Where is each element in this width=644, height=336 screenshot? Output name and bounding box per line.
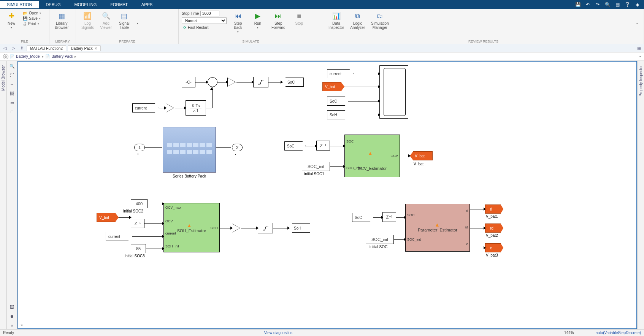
add-viewer-button[interactable]: 🔍 Add Viewer: [98, 10, 114, 31]
saturation-block-1[interactable]: [253, 77, 268, 87]
goto-rd[interactable]: rd: [485, 223, 503, 233]
undo-icon[interactable]: ↶: [584, 1, 592, 8]
toggle-icon-3[interactable]: □: [8, 108, 16, 116]
from-vbat-scope[interactable]: V_bat: [322, 82, 344, 91]
outport-2[interactable]: 2: [232, 144, 243, 151]
tab-format[interactable]: FORMAT: [103, 1, 135, 8]
nav-back-button[interactable]: ◁: [2, 45, 8, 52]
fast-restart-button[interactable]: ⟳ Fast Restart: [182, 25, 227, 30]
save-button[interactable]: 💾Save▾: [21, 16, 43, 21]
from-current-1[interactable]: current: [132, 103, 159, 113]
library-browser-button[interactable]: ▦ Library Browser: [52, 10, 71, 31]
model-root-icon[interactable]: ⊚: [3, 54, 8, 59]
print-button[interactable]: 🖨Print▾: [21, 21, 43, 26]
scope-block[interactable]: [379, 65, 408, 119]
from-soc-ocv[interactable]: SoC: [284, 141, 306, 151]
from-soc-scope[interactable]: SoC: [327, 97, 348, 106]
new-button[interactable]: ✚ New ▾: [3, 10, 20, 31]
record-icon[interactable]: ⏺: [8, 312, 16, 320]
soc-init-const-2[interactable]: SOC_init: [366, 235, 394, 244]
zoom-level[interactable]: 144%: [542, 331, 596, 335]
gain-k3-block[interactable]: -K-: [232, 223, 240, 233]
close-tab-icon[interactable]: ✕: [94, 46, 97, 51]
solver-link[interactable]: auto(VariableStepDiscrete): [596, 331, 641, 335]
redo-icon[interactable]: ↷: [594, 1, 601, 8]
search-icon[interactable]: 🔍: [604, 1, 611, 8]
canvas-collapse-icon[interactable]: «: [21, 323, 23, 327]
soh-estimator-block[interactable]: OCV_max OCV current SOH_init SOH SOH_Est…: [163, 203, 220, 252]
tile-icon[interactable]: ▦: [636, 45, 642, 52]
gain-k2-block[interactable]: -K-: [166, 103, 174, 113]
tab-debug[interactable]: DEBUG: [39, 1, 67, 8]
more-icon[interactable]: ◈: [633, 1, 641, 8]
ribbon: ✚ New ▾ 📂Open▾ 💾Save▾ 🖨Print▾ FILE ▦ Lib…: [0, 9, 644, 44]
battery-pack-block[interactable]: [163, 127, 216, 173]
nav-fwd-button[interactable]: ▷: [10, 45, 17, 52]
goto-vbat[interactable]: V_bat: [410, 151, 433, 160]
property-inspector-tab[interactable]: Property Inspector: [639, 62, 643, 100]
goto-c[interactable]: c: [485, 243, 503, 252]
help-icon[interactable]: ❔: [623, 1, 631, 8]
sim-manager-button[interactable]: 🗂 Simulation Manager: [369, 10, 391, 31]
ribbon-collapse-button[interactable]: ▾: [634, 10, 641, 27]
prepare-more-button[interactable]: ▾: [134, 10, 141, 27]
battery-pack-label: Series Battery Pack: [167, 174, 212, 178]
model-browser-tab[interactable]: Model Browser: [1, 62, 5, 94]
fit-icon[interactable]: ⛶: [8, 71, 16, 79]
find-icon[interactable]: ▦: [614, 1, 621, 8]
from-current-2[interactable]: current: [327, 69, 354, 78]
nav-up-button[interactable]: ⇧: [18, 45, 25, 52]
annotation-icon[interactable]: 🖼: [8, 90, 16, 97]
ocv-estimator-block[interactable]: SOC SOC_init OCV OCV_Estimator: [344, 135, 400, 177]
delay-3-block[interactable]: Z⁻¹: [382, 212, 396, 222]
breadcrumb-root[interactable]: Battery_Model: [16, 54, 40, 59]
constant-c-block[interactable]: -C-: [182, 77, 195, 87]
save-quick-icon[interactable]: 💾: [574, 1, 582, 8]
view-diagnostics-link[interactable]: View diagnostics: [14, 331, 542, 335]
breadcrumb-current[interactable]: Battery Pack: [51, 54, 73, 59]
sum-block[interactable]: [208, 77, 217, 87]
log-signals-button[interactable]: 📶 Log Signals: [79, 10, 96, 31]
stop-button[interactable]: ■ Stop: [291, 10, 308, 35]
goto-soh[interactable]: SoH: [289, 223, 310, 233]
from-vbat-soh[interactable]: V_bat: [97, 213, 119, 222]
gain-k1-block[interactable]: -K-: [227, 78, 236, 87]
image-icon[interactable]: 🖼: [8, 303, 16, 311]
collapse-palette-icon[interactable]: «: [8, 322, 16, 329]
const-400-block[interactable]: 400: [131, 199, 148, 208]
toggle-icon-2[interactable]: ▭: [8, 99, 16, 106]
step-back-button[interactable]: ⏮ Step Back ▾: [230, 10, 246, 35]
signal-table-button[interactable]: ▤ Signal Table: [116, 10, 133, 31]
discrete-integrator-block[interactable]: K Ts z-1: [186, 100, 206, 116]
doc-tab-batterypack[interactable]: Battery Pack✕: [68, 45, 101, 51]
from-current-3[interactable]: current: [106, 232, 132, 241]
open-button[interactable]: 📂Open▾: [21, 11, 43, 16]
zoom-tool-icon[interactable]: 🔍: [8, 62, 16, 70]
const-85-block[interactable]: 85: [131, 244, 146, 253]
logic-analyzer-button[interactable]: ⧉ Logic Analyzer: [348, 10, 367, 31]
data-inspector-button[interactable]: 📊 Data Inspector: [326, 10, 346, 31]
canvas[interactable]: -C- -K- SoC current -K- K Ts z-1: [17, 61, 637, 329]
from-soc-param[interactable]: SoC: [352, 213, 373, 222]
soh-port-sohinit: SOH_init: [165, 244, 179, 248]
saturation-block-2[interactable]: [258, 223, 273, 233]
goto-soc[interactable]: SoC: [282, 78, 304, 87]
from-soh-scope[interactable]: SoH: [327, 110, 348, 119]
stop-time-input[interactable]: [200, 11, 219, 16]
delay-2-block[interactable]: Z⁻¹: [131, 219, 144, 228]
sim-mode-select[interactable]: Normal: [182, 17, 227, 24]
delay-1-block[interactable]: Z⁻¹: [316, 141, 330, 151]
parameter-estimator-block[interactable]: SOC SOC_init ri rd c Parameter_Estimator: [405, 204, 470, 252]
toggle-icon-1[interactable]: ↔: [8, 81, 16, 88]
fast-restart-icon: ⟳: [183, 25, 186, 30]
run-button[interactable]: ▶ Run ▾: [249, 10, 266, 35]
tab-simulation[interactable]: SIMULATION: [0, 1, 39, 8]
inport-1[interactable]: 1: [134, 144, 145, 151]
doc-tab-matlabfcn[interactable]: MATLAB Function2: [27, 45, 66, 51]
soc-init-const-1[interactable]: SOC_init: [302, 162, 330, 171]
goto-ri[interactable]: ri: [485, 204, 503, 214]
breadcrumb-dropdown[interactable]: ▾: [639, 55, 641, 58]
tab-modeling[interactable]: MODELING: [68, 1, 104, 8]
tab-apps[interactable]: APPS: [135, 1, 159, 8]
step-forward-button[interactable]: ⏭ Step Forward: [269, 10, 288, 35]
